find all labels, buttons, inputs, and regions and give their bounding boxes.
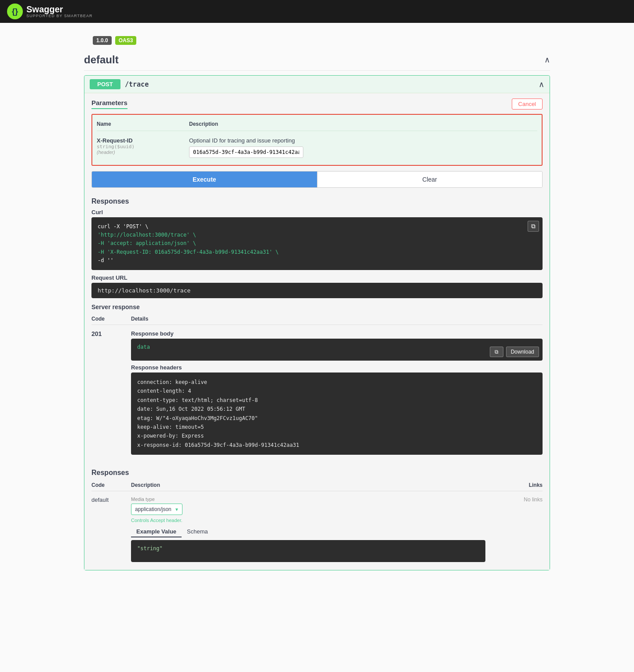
version-badge: 1.0.0 — [93, 36, 112, 45]
curl-line5: -d '' — [98, 257, 113, 263]
rb-col-links: Links — [490, 482, 543, 488]
endpoint-path: /trace — [125, 80, 149, 88]
example-value-tab[interactable]: Example Value — [131, 526, 182, 537]
example-value-block: "string" — [131, 540, 485, 562]
response-col-code: Code — [91, 316, 127, 322]
rb-row-links: No links — [490, 497, 543, 503]
header-line-5: etag: W/"4-oXyaqaHoChv3Mg2FCvz1ugAC70" — [137, 414, 536, 423]
param-row: X-Request-ID string($uuid) (header) Opti… — [97, 135, 537, 161]
params-table: Name Description X-Request-ID string($uu… — [91, 114, 543, 166]
response-body-label: Response body — [131, 330, 543, 337]
params-col-header: Name Description — [97, 119, 537, 131]
response-body-value: data — [137, 344, 150, 350]
params-header: Parameters Cancel — [91, 99, 543, 110]
param-input[interactable] — [189, 146, 303, 158]
section-header: default ∧ — [84, 49, 550, 71]
navbar-logo: {} Swagger Supported by SMARTBEAR — [7, 4, 93, 19]
endpoint-header: POST /trace ∧ — [84, 76, 550, 93]
swagger-logo-icon: {} — [7, 4, 23, 19]
svg-text:{}: {} — [12, 7, 18, 16]
responses-bottom-header: Code Description Links — [91, 480, 543, 491]
main-content: 1.0.0 OAS3 default ∧ POST /trace ∧ Param… — [75, 23, 559, 588]
response-code: 201 — [91, 330, 127, 459]
response-row: 201 Response body data ⧉ Download Re — [91, 328, 543, 462]
param-name-col: X-Request-ID string($uuid) (header) — [97, 137, 185, 158]
responses-bottom-label: Responses — [91, 469, 543, 477]
oas3-badge: OAS3 — [115, 36, 137, 45]
param-location: (header) — [97, 150, 185, 155]
media-type-wrapper: application/json — [131, 504, 182, 515]
execute-button[interactable]: Execute — [92, 172, 317, 187]
copy-response-button[interactable]: ⧉ — [490, 347, 503, 357]
media-type-label: Media type — [131, 497, 485, 502]
media-type-select[interactable]: application/json — [131, 504, 182, 515]
server-response-label: Server response — [91, 303, 543, 310]
controls-accept: Controls Accept header. — [131, 518, 485, 523]
col-name: Name — [97, 121, 185, 127]
header-line-2: content-length: 4 — [137, 387, 536, 395]
header-line-8: x-response-id: 016a575d-39cf-4a3a-b99d-9… — [137, 441, 536, 449]
copy-curl-button[interactable]: ⧉ — [528, 221, 539, 232]
header-line-7: x-powered-by: Express — [137, 431, 536, 440]
curl-code-block: curl -X 'POST' \ 'http://localhost:3000/… — [91, 217, 543, 270]
example-schema-tabs: Example Value Schema — [131, 526, 485, 537]
cancel-button[interactable]: Cancel — [512, 99, 543, 110]
response-details: Response body data ⧉ Download Response h… — [131, 330, 543, 459]
request-url-label: Request URL — [91, 274, 543, 281]
schema-tab[interactable]: Schema — [182, 526, 213, 537]
param-desc-col: Optional ID for tracing and issue report… — [189, 137, 537, 158]
response-body-block: data ⧉ Download — [131, 339, 543, 361]
curl-line4: -H 'X-Request-ID: 016a575d-39cf-4a3a-b99… — [98, 249, 279, 255]
header-line-6: keep-alive: timeout=5 — [137, 423, 536, 431]
rb-row-desc: Media type application/json Controls Acc… — [131, 497, 485, 562]
rb-row-code: default — [91, 497, 127, 503]
response-table-header: Code Details — [91, 314, 543, 325]
rb-col-code: Code — [91, 482, 127, 488]
version-bar: 1.0.0 OAS3 — [84, 32, 550, 49]
clear-button[interactable]: Clear — [317, 172, 543, 187]
param-description: Optional ID for tracing and issue report… — [189, 137, 537, 144]
responses-bottom-section: Responses Code Description Links default… — [91, 469, 543, 565]
section-title: default — [84, 54, 119, 66]
curl-label: Curl — [91, 209, 543, 215]
col-description: Description — [189, 121, 537, 127]
section-collapse-icon[interactable]: ∧ — [544, 55, 550, 65]
responses-bottom-row: default Media type application/json Cont… — [91, 494, 543, 565]
navbar-brand: Swagger Supported by SMARTBEAR — [26, 5, 93, 18]
endpoint-block: POST /trace ∧ Parameters Cancel Name Des… — [84, 75, 550, 570]
params-section: Parameters Cancel Name Description X-Req… — [84, 93, 550, 570]
response-col-details: Details — [131, 316, 543, 322]
rb-col-description: Description — [131, 482, 485, 488]
endpoint-collapse-icon[interactable]: ∧ — [539, 80, 544, 89]
method-badge[interactable]: POST — [90, 79, 120, 89]
responses-heading: Responses — [91, 192, 543, 209]
curl-line1: curl -X 'POST' \ — [98, 223, 149, 230]
response-headers-label: Response headers — [131, 364, 543, 371]
header-line-3: content-type: text/html; charset=utf-8 — [137, 396, 536, 405]
response-body-actions: ⧉ Download — [490, 347, 539, 357]
curl-line3: -H 'accept: application/json' \ — [98, 240, 196, 246]
response-headers-block: connection: keep-alive content-length: 4… — [131, 373, 543, 455]
curl-line2: 'http://localhost:3000/trace' \ — [98, 232, 196, 238]
param-type: string($uuid) — [97, 144, 185, 150]
endpoint-header-left: POST /trace — [90, 79, 149, 89]
action-buttons: Execute Clear — [91, 171, 543, 188]
navbar: {} Swagger Supported by SMARTBEAR — [0, 0, 634, 23]
header-line-1: connection: keep-alive — [137, 378, 536, 387]
brand-sub: Supported by SMARTBEAR — [26, 14, 93, 18]
params-title: Parameters — [91, 99, 128, 109]
server-response-section: Server response Code Details 201 Respons… — [91, 303, 543, 462]
brand-name: Swagger — [26, 5, 93, 14]
request-url-section: Request URL http://localhost:3000/trace — [91, 274, 543, 298]
header-line-4: date: Sun,16 Oct 2022 05:56:12 GMT — [137, 405, 536, 413]
download-button[interactable]: Download — [506, 347, 539, 357]
example-value: "string" — [137, 545, 163, 551]
param-name: X-Request-ID — [97, 137, 185, 144]
request-url-value: http://localhost:3000/trace — [91, 283, 543, 298]
curl-section: Curl curl -X 'POST' \ 'http://localhost:… — [91, 209, 543, 270]
